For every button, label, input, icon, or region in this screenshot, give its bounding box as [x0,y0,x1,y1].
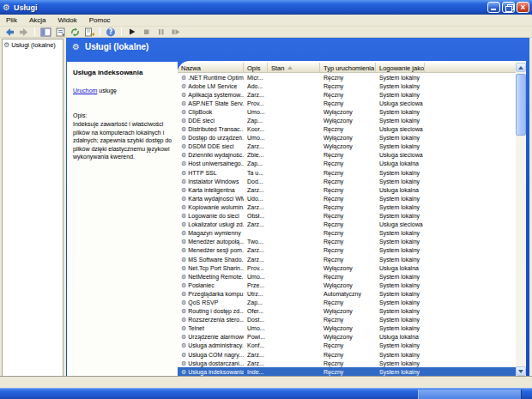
table-row[interactable]: ⚙Rozszerzenia stero...Dost...RęcznySyste… [178,316,516,324]
back-icon[interactable] [3,27,15,37]
start-service-icon[interactable] [126,27,138,37]
menu-widok[interactable]: Widok [51,15,82,25]
table-row[interactable]: ⚙Logowanie do sieciObsł...RęcznySystem l… [178,212,516,221]
service-stan [268,116,320,124]
table-row[interactable]: ⚙Distributed Transac...Koor...RęcznyUsłu… [178,125,516,134]
table-row[interactable]: ⚙QoS RSVPZap...RęcznySystem lokalny [178,298,516,306]
service-opis: Utrz... [244,289,268,298]
service-gear-icon: ⚙ [181,257,186,263]
table-row[interactable]: ⚙Net.Tcp Port Sharin...Prov...WyłączonyU… [178,263,516,272]
menu-pomoc[interactable]: Pomoc [83,15,117,25]
table-row[interactable]: ⚙PosłaniecPrze...WyłączonySystem lokalny [178,281,516,289]
vertical-scrollbar[interactable] [516,63,526,377]
table-row[interactable]: ⚙Urządzenie alarmowePowi...WyłączonyUsłu… [178,333,516,342]
table-row[interactable]: ⚙Dostęp do urządzeń...Umo...WyłączonySys… [178,134,516,142]
selected-service-title: Usługa indeksowania [73,69,172,76]
table-row[interactable]: ⚙Routing i dostęp zd...Ofer...WyłączonyS… [178,307,516,316]
service-description: Indeksuje zawartość i właściwości plików… [73,120,174,161]
table-row[interactable]: ⚙Kopiowanie wolumin...Zarz...RęcznySyste… [178,203,516,211]
title-bar[interactable]: ⚙ Usługi [0,0,532,15]
close-button[interactable] [517,2,529,13]
show-console-tree-icon[interactable] [39,27,51,37]
service-stan [268,350,320,359]
table-row[interactable]: ⚙DDE sieciZap...WyłączonySystem lokalny [178,116,516,124]
window-title: Usługi [14,3,38,12]
forward-icon[interactable] [18,27,30,37]
toolbar-separator [100,27,100,36]
column-header-logowanie[interactable]: Logowanie jako [376,63,425,72]
menu-bar: Plik Akcja Widok Pomoc [0,15,532,27]
properties-icon[interactable] [54,27,66,37]
column-header-typ[interactable]: Typ uruchomienia [320,63,376,72]
service-name: Net.Tcp Port Sharin... [188,265,244,271]
column-header-nazwa[interactable]: Nazwa [178,63,244,72]
taskbar[interactable] [0,388,532,399]
column-header-stan[interactable]: Stan [268,63,320,72]
table-row[interactable]: ⚙Lokalizator usługi zd...Zarz...RęcznyUs… [178,221,516,229]
table-row[interactable]: ⚙Przeglądarka kompu...Utrz...Automatyczn… [178,289,516,298]
table-row[interactable]: ⚙HTTP SSLTa u...RęcznySystem lokalny [178,168,516,177]
service-opis: Zarz... [244,350,268,359]
service-opis: Koor... [244,125,268,134]
service-stan [268,272,320,281]
service-logon: Usługa sieciowa [376,221,425,229]
table-row[interactable]: ⚙Karta inteligentnaZarz...RęcznyUsługa l… [178,185,516,194]
scroll-down-button[interactable] [516,366,526,376]
table-header: Nazwa Opis Stan Typ uruchomienia Logowan… [178,63,516,73]
table-row[interactable]: ⚙Magazyn wymiennyRęcznySystem lokalny [178,229,516,238]
minimize-button[interactable] [487,2,500,13]
service-logon: Usługa lokalna [376,333,425,342]
service-name: Magazyn wymienny [188,230,240,236]
service-name: DDE sieci [188,118,215,124]
service-opis: Zarz... [244,142,268,151]
table-row[interactable]: ⚙Usługa indeksowaniaInde...RęcznySystem … [178,367,516,376]
table-row[interactable]: ⚙MS Software Shado...Zarz...RęcznySystem… [178,255,516,263]
service-stan [268,307,320,316]
service-typ: Wyłączony [320,307,376,316]
stop-service-icon[interactable] [141,27,153,37]
table-row[interactable]: ⚙Usługa COM nagry...Zarz...RęcznySystem … [178,350,516,359]
column-header-opis[interactable]: Opis [244,63,268,72]
restore-button[interactable] [502,2,515,13]
start-service-link[interactable]: Uruchom [73,88,97,94]
table-row[interactable]: ⚙TelnetUmo...WyłączonySystem lokalny [178,324,516,333]
help-icon[interactable]: ? [105,27,117,37]
export-list-icon[interactable] [83,27,95,37]
menu-akcja[interactable]: Akcja [23,15,52,25]
service-gear-icon: ⚙ [181,170,186,176]
restart-service-icon[interactable] [170,27,182,37]
tree-item-uslugi-lokalne[interactable]: ⚙ Usługi (lokalne) [3,39,63,51]
service-opis: Umo... [244,107,268,116]
table-row[interactable]: ⚙Usługa dostarczani...Zarz...RęcznySyste… [178,359,516,367]
table-row[interactable]: ⚙Dzienniki wydajnośc...Zbie...RęcznyUsłu… [178,151,516,160]
table-row[interactable]: ⚙Menedżer sesji pom...Zarz...RęcznySyste… [178,246,516,255]
service-logon: System lokalny [376,316,425,324]
service-name: Lokalizator usługi zd... [188,221,244,227]
service-stan [268,194,320,203]
menu-plik[interactable]: Plik [0,15,23,25]
table-row[interactable]: ⚙Menedżer autopołą...Two...RęcznySystem … [178,238,516,246]
table-row[interactable]: ⚙Instalator WindowsDod...RęcznySystem lo… [178,177,516,185]
table-row[interactable]: ⚙Adobe LM ServiceAdo...RęcznySystem loka… [178,82,516,90]
table-row[interactable]: ⚙Karta wydajności WMIUdo...RęcznySystem … [178,194,516,203]
service-stan [268,246,320,255]
service-typ: Ręczny [320,272,376,281]
service-logon: Usługa lokalna [376,263,425,272]
table-row[interactable]: ⚙Host uniwersalnego...Zap...RęcznyUsługa… [178,160,516,168]
table-row[interactable]: ⚙NetMeeting Remote...Umo...RęcznySystem … [178,272,516,281]
table-row[interactable]: ⚙ClipBookUmo...WyłączonySystem lokalny [178,107,516,116]
pause-service-icon[interactable] [155,27,167,37]
table-row[interactable]: ⚙.NET Runtime Optim...Micr...RęcznySyste… [178,73,516,82]
service-typ: Ręczny [320,238,376,246]
service-opis: Zap... [244,298,268,306]
service-name: HTTP SSL [188,170,216,176]
table-row[interactable]: ⚙DSDM DDE sieciZarz...WyłączonySystem lo… [178,142,516,151]
table-row[interactable]: ⚙Aplikacja systemow...Zarz...RęcznySyste… [178,90,516,99]
service-opis: Inde... [244,367,268,376]
refresh-icon[interactable] [69,27,81,37]
scroll-thumb[interactable] [516,74,526,136]
scroll-up-button[interactable] [516,63,526,72]
table-row[interactable]: ⚙Usługa administracy...Konf...RęcznySyst… [178,342,516,350]
table-row[interactable]: ⚙ASP.NET State Serv...Prov...RęcznyUsług… [178,99,516,107]
service-logon: Usługa lokalna [376,185,425,194]
